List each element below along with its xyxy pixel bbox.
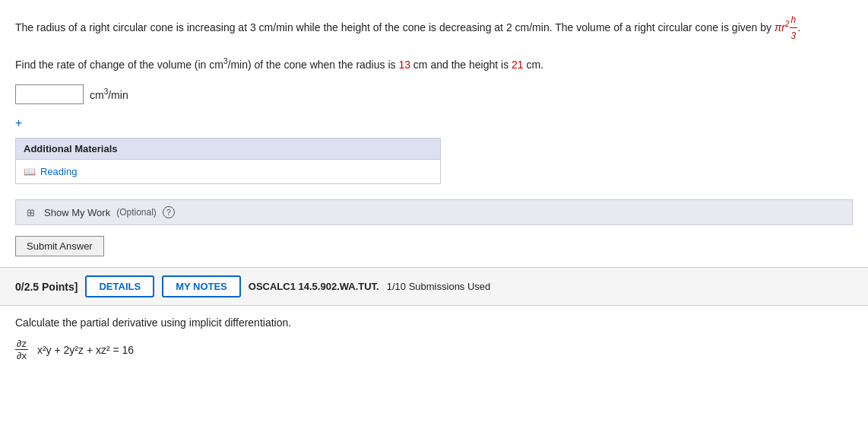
answer-input[interactable] (15, 84, 84, 104)
frac-numerator: ∂z (15, 338, 28, 350)
partial-derivative-display: ∂z ∂x x²y + 2y²z + xz² = 16 (15, 338, 134, 361)
submissions-text: 1/10 Submissions Used (387, 281, 491, 292)
answer-row: cm3/min (15, 84, 853, 104)
next-problem-section: Calculate the partial derivative using i… (0, 305, 868, 361)
submit-row: Submit Answer (15, 236, 853, 256)
show-my-work-section[interactable]: ⊞ Show My Work (Optional) ? (15, 199, 853, 225)
expand-icon: ⊞ (27, 207, 35, 218)
details-button[interactable]: DETAILS (85, 275, 154, 297)
next-problem-intro: Calculate the partial derivative using i… (15, 317, 853, 329)
equation-text: x²y + 2y²z + xz² = 16 (37, 344, 134, 356)
show-my-work-label: Show My Work (44, 207, 110, 218)
additional-materials-body: 📖 Reading (16, 160, 440, 183)
book-icon: 📖 (24, 166, 36, 177)
reading-link[interactable]: 📖 Reading (24, 166, 432, 177)
additional-materials-box: Additional Materials 📖 Reading (15, 138, 441, 184)
problem-statement: The radius of a right circular cone is i… (15, 12, 853, 44)
additional-materials-header: Additional Materials (16, 138, 440, 160)
find-rate-text: Find the rate of change of the volume (i… (15, 55, 853, 74)
unit-label: cm3/min (90, 87, 128, 101)
course-code: OSCALC1 14.5.902.WA.TUT. (249, 281, 379, 292)
expand-plus[interactable]: + (15, 116, 853, 130)
main-content: The radius of a right circular cone is i… (0, 0, 868, 256)
my-notes-button[interactable]: MY NOTES (162, 275, 241, 297)
optional-text: (Optional) (116, 207, 157, 218)
bottom-bar: 0/2.5 Points] DETAILS MY NOTES OSCALC1 1… (0, 267, 868, 305)
help-icon[interactable]: ? (163, 206, 175, 218)
points-label: 0/2.5 Points] (15, 281, 78, 293)
frac-denominator: ∂x (15, 350, 28, 361)
submit-button[interactable]: Submit Answer (15, 236, 104, 256)
partial-frac: ∂z ∂x (15, 338, 28, 361)
reading-label: Reading (40, 166, 77, 177)
